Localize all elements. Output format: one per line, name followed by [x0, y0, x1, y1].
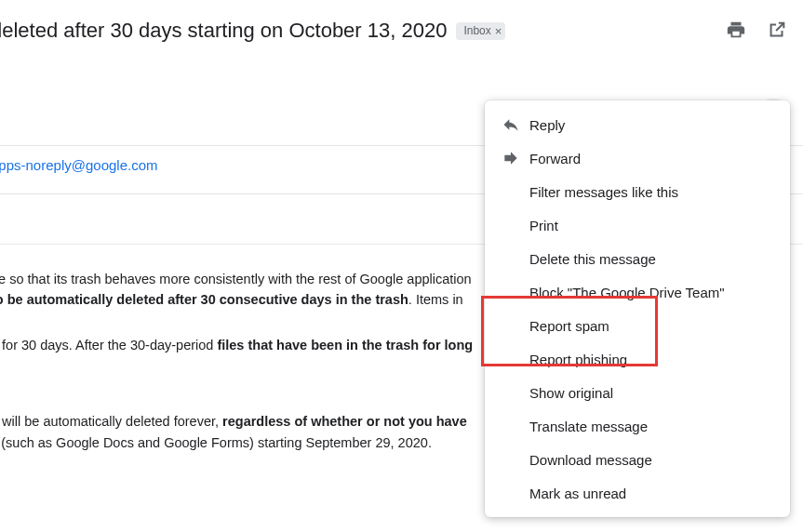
menu-show-original[interactable]: Show original — [485, 376, 790, 409]
reply-arrow-icon — [502, 115, 529, 134]
from-email-link[interactable]: apps-noreply@google.com — [0, 146, 158, 184]
menu-mark-unread[interactable]: Mark as unread — [485, 476, 790, 510]
menu-label: Download message — [529, 452, 652, 468]
menu-label: Filter messages like this — [529, 184, 678, 200]
menu-label: Mark as unread — [529, 485, 626, 501]
inbox-label-chip[interactable]: Inbox × — [456, 22, 505, 40]
open-new-window-icon[interactable] — [766, 19, 788, 41]
menu-report-phishing[interactable]: Report phishing — [485, 342, 790, 376]
more-actions-menu: Reply Forward Filter messages like this … — [485, 100, 790, 517]
menu-print[interactable]: Print — [485, 208, 790, 242]
menu-label: Forward — [529, 151, 581, 166]
menu-forward[interactable]: Forward — [485, 141, 790, 175]
forward-arrow-icon — [502, 149, 529, 167]
print-icon[interactable] — [725, 19, 747, 41]
menu-label: Report phishing — [529, 352, 627, 367]
remove-label-x[interactable]: × — [495, 24, 502, 38]
menu-label: Reply — [529, 117, 565, 133]
menu-translate[interactable]: Translate message — [485, 409, 790, 443]
subject-line: deleted after 30 days starting on Octobe… — [0, 19, 447, 43]
menu-report-spam[interactable]: Report spam — [485, 309, 790, 342]
menu-label: Report spam — [529, 318, 609, 334]
menu-delete[interactable]: Delete this message — [485, 242, 790, 275]
menu-reply[interactable]: Reply — [485, 108, 790, 141]
menu-download[interactable]: Download message — [485, 443, 790, 476]
menu-filter[interactable]: Filter messages like this — [485, 175, 790, 208]
menu-block[interactable]: Block "The Google Drive Team" — [485, 275, 790, 309]
label-text: Inbox — [463, 24, 490, 37]
menu-label: Delete this message — [529, 251, 656, 267]
menu-label: Print — [529, 218, 558, 233]
menu-label: Show original — [529, 385, 613, 401]
menu-label: Block "The Google Drive Team" — [529, 285, 725, 300]
menu-label: Translate message — [529, 419, 648, 434]
